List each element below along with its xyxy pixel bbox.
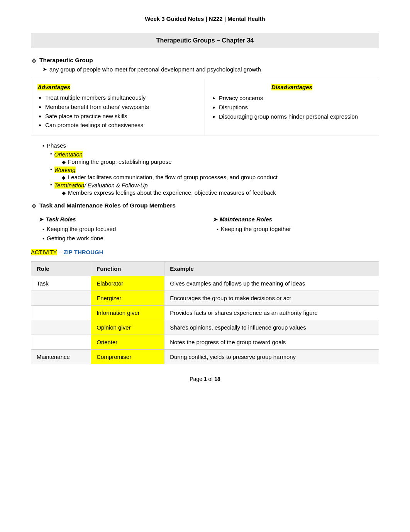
phase-termination: • Termination/ Evaluation & Follow-Up ◆ … xyxy=(50,182,379,196)
phase-orientation: • Orientation ◆ Forming the group; estab… xyxy=(50,151,379,165)
cell-role: Maintenance xyxy=(31,349,91,364)
maintenance-roles-list: Keeping the group together xyxy=(213,225,387,233)
arrow-icon2: ➤ xyxy=(39,216,43,223)
phases-title: ▪ Phases xyxy=(42,142,379,149)
cell-example: Notes the progress of the group toward g… xyxy=(164,335,379,349)
list-item: Treat multiple members simultaneously xyxy=(45,93,198,102)
bullet-icon: • xyxy=(50,151,52,157)
roles-columns: ➤ Task Roles Keeping the group focused G… xyxy=(39,216,387,243)
cell-role xyxy=(31,320,91,335)
disadvantages-header: Disadvantages xyxy=(271,84,312,90)
cell-example: Shares opinions, especially to influence… xyxy=(164,320,379,335)
therapeutic-title: Therapeutic Group xyxy=(39,57,93,64)
advantages-header: Advantages xyxy=(37,84,198,90)
phase-working: • Working ◆ Leader facilitates communica… xyxy=(50,167,379,180)
therapeutic-definition: ➤ any group of people who meet for perso… xyxy=(42,66,379,73)
cell-function: Compromiser xyxy=(91,349,164,364)
section-title-task: ❖ Task and Maintenance Roles of Group Me… xyxy=(31,202,379,211)
cell-example: Provides facts or shares experience as a… xyxy=(164,305,379,320)
diamond-bullet-icon: ◆ xyxy=(62,190,66,196)
disadvantages-header-wrap: Disadvantages xyxy=(211,84,373,91)
diamond-icon2: ❖ xyxy=(31,202,37,211)
working-label: Working xyxy=(54,167,76,173)
diamond-icon: ❖ xyxy=(31,57,37,65)
doc-title: Week 3 Guided Notes | N222 | Mental Heal… xyxy=(31,15,379,22)
termination-label: Termination xyxy=(54,182,85,189)
arrow-icon3: ➤ xyxy=(213,216,217,223)
col-example: Example xyxy=(164,261,379,276)
cell-example: Encourages the group to make decisions o… xyxy=(164,291,379,305)
advantages-list: Treat multiple members simultaneously Me… xyxy=(37,93,198,129)
table-row: Energizer Encourages the group to make d… xyxy=(31,291,379,305)
activity-line: ACTIVITY – ZIP THROUGH xyxy=(31,249,379,256)
task-roles-list: Keeping the group focused Getting the wo… xyxy=(39,225,213,243)
orientation-detail: ◆ Forming the group; establishing purpos… xyxy=(62,158,379,165)
page-current: 1 xyxy=(204,376,207,382)
advantages-col: Advantages Treat multiple members simult… xyxy=(31,79,205,136)
cell-function: Information giver xyxy=(91,305,164,320)
bullet-icon: • xyxy=(50,167,52,172)
list-item: Discouraging group norms hinder personal… xyxy=(219,112,373,121)
page-footer: Page 1 of 18 xyxy=(31,376,379,382)
task-section-title: Task and Maintenance Roles of Group Memb… xyxy=(39,202,176,209)
cell-role xyxy=(31,335,91,349)
cell-role: Task xyxy=(31,276,91,291)
table-row: Orienter Notes the progress of the group… xyxy=(31,335,379,349)
page-prefix: Page xyxy=(190,376,204,382)
phases-label: Phases xyxy=(47,142,66,149)
cell-function: Orienter xyxy=(91,335,164,349)
maintenance-roles-col: ➤ Maintenance Roles Keeping the group to… xyxy=(213,216,387,243)
list-item: Disruptions xyxy=(219,103,373,112)
cell-role xyxy=(31,291,91,305)
section-title-therapeutic: ❖ Therapeutic Group xyxy=(31,57,379,65)
bullet-icon: • xyxy=(50,182,52,188)
list-item: Safe place to practice new skills xyxy=(45,112,198,121)
activity-label: ACTIVITY xyxy=(31,249,57,255)
cell-function: Elaborator xyxy=(91,276,164,291)
table-row: Information giver Provides facts or shar… xyxy=(31,305,379,320)
maintenance-roles-title: ➤ Maintenance Roles xyxy=(213,216,387,223)
diamond-bullet-icon: ◆ xyxy=(62,159,66,165)
termination-detail: ◆ Members express feelings about the exp… xyxy=(62,189,379,196)
table-row: Opinion giver Shares opinions, especiall… xyxy=(31,320,379,335)
roles-table: Role Function Example Task Elaborator Gi… xyxy=(31,261,379,364)
table-row: Maintenance Compromiser During conflict,… xyxy=(31,349,379,364)
list-item: Keeping the group together xyxy=(217,225,387,233)
diamond-bullet-icon: ◆ xyxy=(62,175,66,180)
phases-section: ▪ Phases • Orientation ◆ Forming the gro… xyxy=(42,142,379,196)
disadvantages-col: Disadvantages Privacy concerns Disruptio… xyxy=(205,79,379,136)
chapter-header: Therapeutic Groups – Chapter 34 xyxy=(31,33,379,48)
table-header-row: Role Function Example xyxy=(31,261,379,276)
list-item: Privacy concerns xyxy=(219,94,373,102)
adv-disadv-box: Advantages Treat multiple members simult… xyxy=(31,79,379,136)
cell-function: Energizer xyxy=(91,291,164,305)
orientation-label: Orientation xyxy=(54,151,83,158)
table-row: Task Elaborator Gives examples and follo… xyxy=(31,276,379,291)
page-total: 18 xyxy=(214,376,220,382)
activity-dash: – xyxy=(58,249,64,255)
sq-bullet-icon: ▪ xyxy=(42,143,44,149)
list-item: Getting the work done xyxy=(42,234,213,243)
cell-role xyxy=(31,305,91,320)
cell-example: Gives examples and follows up the meanin… xyxy=(164,276,379,291)
arrow-icon: ➤ xyxy=(42,66,47,73)
cell-example: During conflict, yields to preserve grou… xyxy=(164,349,379,364)
disadvantages-list: Privacy concerns Disruptions Discouragin… xyxy=(211,94,373,121)
task-roles-col: ➤ Task Roles Keeping the group focused G… xyxy=(39,216,213,243)
working-detail: ◆ Leader facilitates communication, the … xyxy=(62,174,379,180)
activity-zip: ZIP THROUGH xyxy=(64,249,103,255)
col-function: Function xyxy=(91,261,164,276)
list-item: Keeping the group focused xyxy=(42,225,213,233)
col-role: Role xyxy=(31,261,91,276)
task-roles-title: ➤ Task Roles xyxy=(39,216,213,223)
page-separator: of xyxy=(207,376,214,382)
list-item: Members benefit from others' viewpoints xyxy=(45,103,198,111)
list-item: Can promote feelings of cohesiveness xyxy=(45,121,198,129)
cell-function: Opinion giver xyxy=(91,320,164,335)
